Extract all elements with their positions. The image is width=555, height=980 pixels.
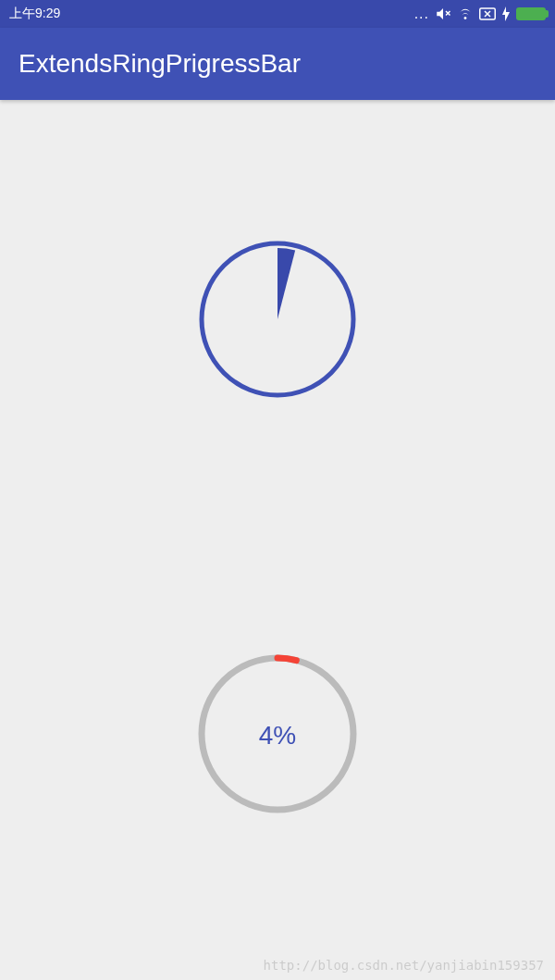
app-bar: ExtendsRingPrigressBar bbox=[0, 28, 555, 100]
app-title: ExtendsRingPrigressBar bbox=[18, 49, 301, 79]
mute-icon bbox=[435, 6, 451, 22]
content-area: 4% bbox=[0, 100, 555, 980]
ring-progress-bar: 4% bbox=[195, 651, 360, 820]
watermark-text: http://blog.csdn.net/yanjiabin159357 bbox=[264, 958, 544, 973]
battery-icon bbox=[516, 7, 546, 20]
ring-progress-text: 4% bbox=[259, 721, 296, 751]
time-text: 上午9:29 bbox=[9, 6, 60, 22]
ellipsis-icon: ... bbox=[414, 6, 429, 22]
pie-progress-bar bbox=[197, 239, 358, 403]
close-box-icon bbox=[479, 7, 496, 20]
status-icons: ... bbox=[414, 6, 546, 22]
wifi-icon bbox=[457, 6, 474, 22]
status-time: 上午9:29 bbox=[9, 6, 60, 22]
status-bar: 上午9:29 ... bbox=[0, 0, 555, 28]
charging-icon bbox=[501, 6, 511, 21]
